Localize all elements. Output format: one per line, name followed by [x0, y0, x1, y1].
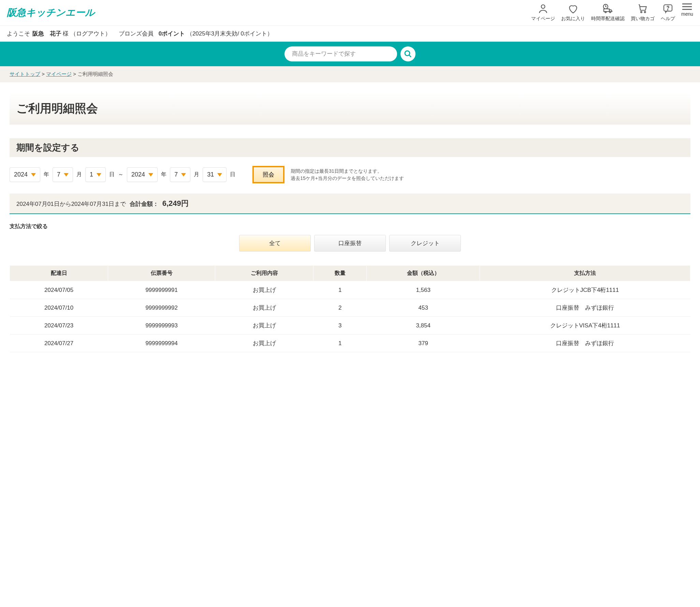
header-nav: マイページ お気に入り 時間帯配送確認 買い物カゴ ヘルプ menu	[531, 3, 693, 22]
greeting-bar: ようこそ 阪急 花子 様 （ログアウト） ブロンズ会員 0ポイント （2025年…	[0, 25, 700, 42]
date-note: 期間の指定は最長31日間までとなります。 過去15ケ月+当月分のデータを照会して…	[291, 168, 404, 182]
chevron-down-icon	[217, 173, 222, 177]
page-title: ご利用明細照会	[10, 93, 690, 125]
transactions-table: 配達日伝票番号ご利用内容数量金額（税込）支払方法 2024/07/0599999…	[10, 265, 690, 352]
nav-favorites[interactable]: お気に入り	[561, 3, 585, 22]
table-cell: 2024/07/05	[10, 281, 108, 299]
breadcrumb-mypage[interactable]: マイページ	[46, 71, 72, 77]
search-button[interactable]	[400, 46, 415, 61]
table-header: 金額（税込）	[367, 266, 480, 281]
hamburger-icon	[682, 3, 692, 10]
table-cell: 2024/07/23	[10, 317, 108, 335]
total-value: 6,249円	[162, 199, 189, 208]
table-cell: お買上げ	[215, 281, 313, 299]
table-cell: 2024/07/10	[10, 299, 108, 317]
total-label: 合計金額：	[130, 201, 159, 207]
table-cell: 9999999991	[108, 281, 215, 299]
breadcrumb-top[interactable]: サイトトップ	[10, 71, 40, 77]
to-day-select[interactable]: 31	[203, 167, 227, 182]
table-cell: 9999999994	[108, 335, 215, 352]
breadcrumb-current: ご利用明細照会	[77, 71, 113, 77]
summary-band: 2024年07月01日から2024年07月31日まで 合計金額： 6,249円	[10, 194, 690, 214]
table-row: 2024/07/279999999994お買上げ1379口座振替 みずほ銀行	[10, 335, 690, 352]
search-band	[0, 42, 700, 66]
table-header: 配達日	[10, 266, 108, 281]
search-input[interactable]	[285, 46, 397, 61]
to-month-select[interactable]: 7	[170, 167, 190, 182]
truck-clock-icon	[602, 3, 613, 14]
table-cell: 9999999992	[108, 299, 215, 317]
table-row: 2024/07/109999999992お買上げ2453口座振替 みずほ銀行	[10, 299, 690, 317]
svg-point-8	[668, 10, 668, 10]
greeting-prefix: ようこそ	[7, 30, 30, 37]
from-year-select[interactable]: 2024	[10, 167, 40, 182]
table-cell: 1	[313, 281, 367, 299]
table-body: 2024/07/059999999991お買上げ11,563クレジットJCB下4…	[10, 281, 690, 352]
table-header: 支払方法	[480, 266, 690, 281]
site-logo[interactable]: 阪急キッチンエール	[7, 6, 95, 19]
cart-icon	[637, 3, 648, 14]
svg-point-3	[605, 11, 606, 13]
svg-point-4	[610, 11, 611, 13]
table-cell: 2024/07/27	[10, 335, 108, 352]
from-day-select[interactable]: 1	[85, 167, 106, 182]
table-cell: お買上げ	[215, 299, 313, 317]
points-value: 0ポイント	[159, 30, 185, 37]
table-cell: クレジットJCB下4桁1111	[480, 281, 690, 299]
table-header-row: 配達日伝票番号ご利用内容数量金額（税込）支払方法	[10, 266, 690, 281]
table-cell: 口座振替 みずほ銀行	[480, 335, 690, 352]
search-wrap	[285, 46, 415, 61]
breadcrumb: サイトトップ > マイページ > ご利用明細照会	[0, 66, 700, 82]
user-name: 阪急 花子	[32, 30, 61, 37]
filter-bank-button[interactable]: 口座振替	[314, 235, 386, 252]
nav-label: ヘルプ	[661, 16, 675, 22]
table-row: 2024/07/059999999991お買上げ11,563クレジットJCB下4…	[10, 281, 690, 299]
nav-label: menu	[681, 11, 693, 17]
date-selector-row: 2024 年 7 月 1 日 ～ 2024 年 7 月 31 日 照会 期間の指…	[10, 166, 690, 183]
table-cell: 1,563	[367, 281, 480, 299]
lookup-button[interactable]: 照会	[252, 166, 285, 183]
table-cell: 口座振替 みずほ銀行	[480, 299, 690, 317]
user-icon	[538, 3, 549, 14]
nav-label: 買い物カゴ	[631, 16, 655, 22]
nav-delivery[interactable]: 時間帯配送確認	[591, 3, 625, 22]
table-cell: 3,854	[367, 317, 480, 335]
table-row: 2024/07/239999999993お買上げ33,854クレジットVISA下…	[10, 317, 690, 335]
summary-range: 2024年07月01日から2024年07月31日まで	[16, 201, 126, 207]
table-cell: 453	[367, 299, 480, 317]
table-cell: 9999999993	[108, 317, 215, 335]
main-content: ご利用明細照会 期間を設定する 2024 年 7 月 1 日 ～ 2024 年 …	[0, 82, 700, 363]
chevron-down-icon	[97, 173, 101, 177]
svg-point-9	[405, 51, 410, 56]
to-year-select[interactable]: 2024	[127, 167, 158, 182]
table-cell: お買上げ	[215, 335, 313, 352]
filter-credit-button[interactable]: クレジット	[389, 235, 461, 252]
nav-mypage[interactable]: マイページ	[531, 3, 555, 22]
chevron-down-icon	[181, 173, 186, 177]
table-cell: 2	[313, 299, 367, 317]
nav-help[interactable]: ヘルプ	[661, 3, 675, 22]
from-month-select[interactable]: 7	[53, 167, 73, 182]
svg-point-6	[644, 11, 646, 13]
svg-point-0	[541, 5, 545, 9]
nav-menu[interactable]: menu	[681, 3, 693, 17]
table-header: 数量	[313, 266, 367, 281]
member-rank: ブロンズ会員	[119, 30, 154, 37]
svg-point-5	[641, 11, 642, 13]
greeting-suffix: 様	[63, 30, 69, 37]
table-cell: 1	[313, 335, 367, 352]
chevron-down-icon	[64, 173, 69, 177]
chevron-down-icon	[31, 173, 36, 177]
logout-link[interactable]: （ログアウト）	[70, 30, 111, 37]
table-cell: 379	[367, 335, 480, 352]
table-header: 伝票番号	[108, 266, 215, 281]
points-note: （2025年3月末失効/ 0ポイント）	[187, 30, 273, 37]
nav-label: マイページ	[531, 16, 555, 22]
search-icon	[404, 50, 412, 58]
nav-cart[interactable]: 買い物カゴ	[631, 3, 655, 22]
nav-label: 時間帯配送確認	[591, 16, 625, 22]
svg-rect-2	[604, 9, 609, 12]
chevron-down-icon	[148, 173, 153, 177]
nav-label: お気に入り	[561, 16, 585, 22]
filter-all-button[interactable]: 全て	[239, 235, 311, 252]
